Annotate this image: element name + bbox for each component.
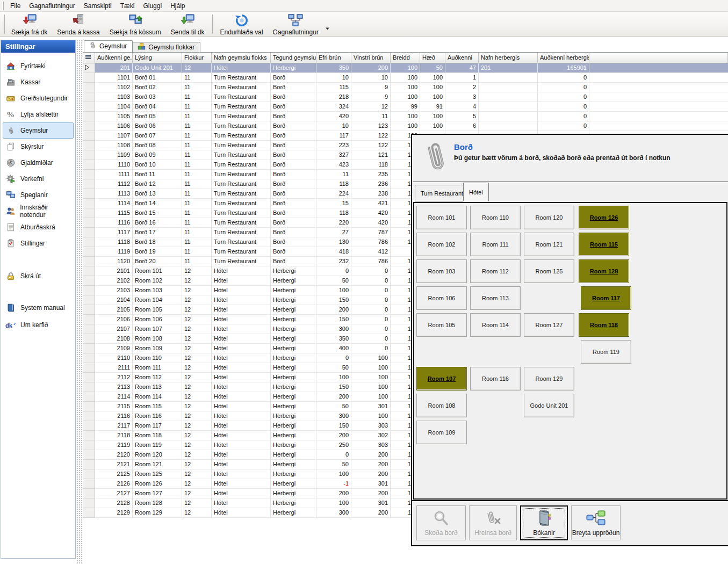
table-row[interactable]: 1106Borð 0611Turn RestaurantBorð10123100… [83, 121, 728, 131]
sidebar-item-gjaldmi-lar[interactable]: $Gjaldmiðlar [3, 155, 74, 171]
sidebar-item-sk-rslur[interactable]: Skýrslur [3, 139, 74, 155]
menu-samskipti[interactable]: Samskipti [80, 1, 116, 11]
table-cell: 123 [351, 121, 391, 131]
menu-hj-lp[interactable]: Hjálp [166, 1, 189, 11]
row-marker-cell [83, 73, 95, 83]
dialog-tab-turn-restaurant[interactable]: Turn Restaurant [415, 185, 469, 201]
column-header-tegund-geymslu[interactable]: Tegund geymslu [271, 53, 316, 63]
column-header-au-kenni-ge[interactable]: Auðkenni ge... [95, 53, 133, 63]
column-header-breidd[interactable]: Breidd [391, 53, 420, 63]
table-cell: Hótel [212, 431, 271, 440]
room-button-room-103[interactable]: Room 103 [416, 259, 467, 283]
sidebar-item-grei-slutegundir[interactable]: Greiðslutegundir [3, 90, 74, 106]
room-button-room-108[interactable]: Room 108 [416, 394, 467, 417]
room-button-room-109[interactable]: Room 109 [416, 421, 467, 444]
toolbar-button-senda-kassa[interactable]: Senda á kassa [52, 12, 104, 36]
table-cell: 2101 [95, 266, 133, 276]
room-button-room-116[interactable]: Room 116 [470, 367, 521, 391]
column-header-h[interactable]: Hæð [420, 53, 445, 63]
tab-geymslu-flokkar[interactable]: Geymslu flokkar [133, 42, 200, 52]
sidebar-item-skr-t[interactable]: Skrá út [3, 268, 74, 284]
table-cell: 100 [391, 83, 420, 92]
table-row[interactable]: 1103Borð 0311Turn RestaurantBorð21891001… [83, 92, 728, 102]
action-button-b-kanir[interactable]: Bókanir [520, 505, 568, 540]
column-header-au-kenni[interactable]: Auðkenni [445, 53, 479, 63]
room-button-room-121[interactable]: Room 121 [524, 233, 574, 256]
tab-geymslur[interactable]: Geymslur [84, 40, 133, 52]
table-cell: Hótel [212, 460, 271, 469]
table-cell: Room 126 [133, 479, 182, 489]
toolbar-button-s-kja-fr-k-ssum[interactable]: Sækja frá kössum [105, 12, 166, 36]
menu-file[interactable]: File [6, 1, 25, 11]
sidebar-item-fyrirt-ki[interactable]: Fyrirtæki [3, 58, 74, 74]
table-row[interactable]: 1102Borð 0211Turn RestaurantBorð11591001… [83, 83, 728, 92]
sidebar-item-lyfja-afsl-ttir[interactable]: %Lyfja afslættir [3, 106, 74, 122]
table-cell: 47 [445, 63, 479, 73]
table-row[interactable]: 1101Borð 0111Turn RestaurantBorð10101001… [83, 73, 728, 83]
column-header-vinstri-br-n[interactable]: Vinstri brún [351, 53, 391, 63]
table-cell: 1119 [95, 247, 133, 257]
table-cell [479, 83, 538, 92]
toolbar-button-s-kja-fr-dk[interactable]: Sækja frá dk [6, 12, 52, 36]
dialog-tab-h-tel[interactable]: Hótel [463, 183, 489, 201]
column-header-efri-br-n[interactable]: Efri brún [316, 53, 351, 63]
column-header-flokkur[interactable]: Flokkur [182, 53, 212, 63]
sidebar-splitter[interactable] [76, 40, 83, 564]
table-cell: 12 [182, 315, 212, 324]
room-button-room-107[interactable]: Room 107 [416, 367, 467, 391]
column-header-au-kenni-herbergis[interactable]: Auðkenni herbergis [538, 53, 589, 63]
sidebar-item-geymslur[interactable]: Geymslur [3, 122, 74, 139]
room-button-godo-unit-201[interactable]: Godo Unit 201 [524, 394, 574, 417]
sidebar-item-system-manual[interactable]: System manual [3, 300, 74, 316]
table-cell: 2121 [95, 460, 133, 469]
room-button-room-113[interactable]: Room 113 [470, 286, 521, 310]
room-button-room-120[interactable]: Room 120 [524, 206, 574, 229]
sidebar-item-verkefni[interactable]: Verkefni [3, 171, 74, 187]
table-cell: 100 [391, 63, 420, 73]
sidebar-item-um-kerfi[interactable]: dkUm kerfið [3, 317, 74, 333]
room-button-room-110[interactable]: Room 110 [470, 206, 521, 229]
column-header-l-sing[interactable]: Lýsing [133, 53, 182, 63]
column-header-nafn-geymslu-flokks[interactable]: Nafn geymslu flokks [212, 53, 271, 63]
room-button-room-105[interactable]: Room 105 [416, 313, 467, 337]
sidebar-item-innskr-ir-notendur[interactable]: Innskráðir notendur [3, 203, 74, 219]
menu-gagnaflutningur[interactable]: Gagnaflutningur [25, 1, 79, 11]
room-button-room-101[interactable]: Room 101 [416, 206, 467, 229]
room-button-room-115[interactable]: Room 115 [579, 233, 629, 256]
toolbar-button-gagnaflutningur[interactable]: Gagnaflutningur [268, 12, 323, 36]
table-cell: 11 [182, 237, 212, 247]
table-row[interactable]: 1105Borð 0511Turn RestaurantBorð42011100… [83, 112, 728, 121]
room-button-room-125[interactable]: Room 125 [524, 259, 574, 283]
room-button-room-106[interactable]: Room 106 [416, 286, 467, 310]
room-button-room-118[interactable]: Room 118 [579, 313, 629, 337]
room-button-room-129[interactable]: Room 129 [524, 367, 574, 391]
room-button-room-114[interactable]: Room 114 [470, 313, 521, 337]
menu-gluggi[interactable]: Gluggi [139, 1, 166, 11]
room-button-room-119[interactable]: Room 119 [581, 340, 631, 364]
row-marker-cell [83, 315, 95, 324]
sidebar-item-stillingar[interactable]: Stillingar [3, 235, 74, 251]
table-cell: 11 [182, 160, 212, 170]
column-header-nafn-herbergis[interactable]: Nafn herbergis [479, 53, 538, 63]
room-button-room-102[interactable]: Room 102 [416, 233, 467, 256]
table-row[interactable]: 201Godo Unit 20112HótelHerbergi350200100… [83, 63, 728, 73]
sidebar-item-speglanir[interactable]: Speglanir [3, 187, 74, 203]
room-button-room-111[interactable]: Room 111 [470, 233, 521, 256]
room-button-room-126[interactable]: Room 126 [579, 206, 629, 229]
room-button-room-128[interactable]: Room 128 [579, 259, 629, 283]
menu-t-ki[interactable]: Tæki [116, 1, 139, 11]
sidebar-item-kassar[interactable]: Kassar [3, 74, 74, 90]
room-button-room-127[interactable]: Room 127 [524, 313, 574, 337]
toolbar-button-senda-til-dk[interactable]: Senda til dk [166, 12, 210, 36]
action-button-breyta-uppr-un[interactable]: Breyta uppröðun [571, 505, 621, 540]
table-cell: Hótel [212, 440, 271, 450]
row-marker-header[interactable] [83, 53, 95, 63]
room-button-room-117[interactable]: Room 117 [581, 286, 631, 310]
table-cell: 165901 [538, 63, 589, 73]
table-row[interactable]: 1104Borð 0411Turn RestaurantBorð32412999… [83, 102, 728, 112]
sidebar-item-atbur-askr[interactable]: Atburðaskrá [3, 219, 74, 235]
toolbar-button-endurhla-a-val[interactable]: Endurhlaða val [215, 12, 268, 36]
table-cell: Room 120 [133, 450, 182, 460]
chevron-down-icon[interactable] [323, 22, 331, 36]
room-button-room-112[interactable]: Room 112 [470, 259, 521, 283]
